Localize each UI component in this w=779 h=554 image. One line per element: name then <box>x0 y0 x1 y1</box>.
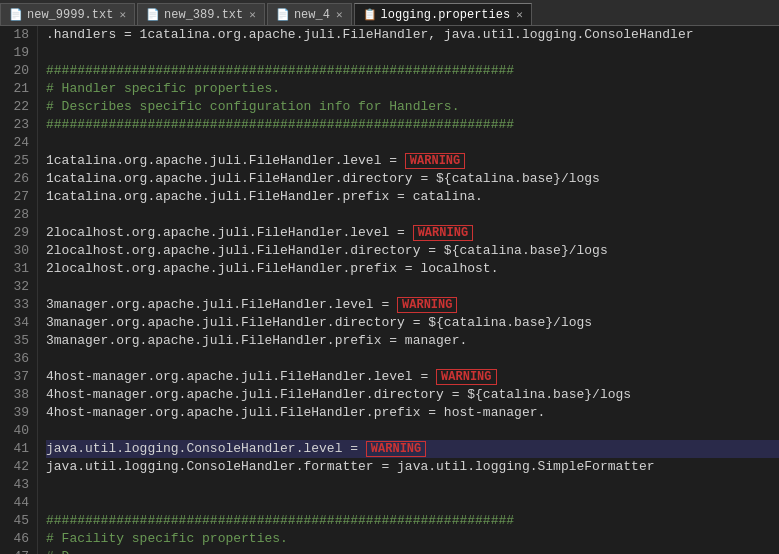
code-line: 2localhost.org.apache.juli.FileHandler.l… <box>46 224 779 242</box>
warning-badge: WARNING <box>436 369 496 385</box>
line-number: 43 <box>0 476 29 494</box>
line-number: 36 <box>0 350 29 368</box>
code-line <box>46 278 779 296</box>
tab-close-4[interactable]: ✕ <box>516 8 523 21</box>
line-number: 35 <box>0 332 29 350</box>
line-number: 21 <box>0 80 29 98</box>
line-number: 31 <box>0 260 29 278</box>
line-number: 28 <box>0 206 29 224</box>
code-line: 1catalina.org.apache.juli.FileHandler.pr… <box>46 188 779 206</box>
code-line: 3manager.org.apache.juli.FileHandler.dir… <box>46 314 779 332</box>
line-number: 25 <box>0 152 29 170</box>
code-line <box>46 494 779 512</box>
code-line: ########################################… <box>46 62 779 80</box>
code-line <box>46 44 779 62</box>
line-number: 34 <box>0 314 29 332</box>
warning-badge: WARNING <box>397 297 457 313</box>
line-number: 33 <box>0 296 29 314</box>
line-number: 38 <box>0 386 29 404</box>
code-line: # Describes specific configuration info … <box>46 98 779 116</box>
code-line <box>46 476 779 494</box>
tab-label-3: new_4 <box>294 8 330 22</box>
line-number: 24 <box>0 134 29 152</box>
code-text: 1catalina.org.apache.juli.FileHandler.le… <box>46 153 405 168</box>
line-number: 40 <box>0 422 29 440</box>
line-number: 23 <box>0 116 29 134</box>
tab-icon-2: 📄 <box>146 8 160 21</box>
code-line <box>46 350 779 368</box>
code-line: java.util.logging.ConsoleHandler.formatt… <box>46 458 779 476</box>
code-line: # Facility specific properties. <box>46 530 779 548</box>
tab-bar: 📄 new_9999.txt ✕ 📄 new_389.txt ✕ 📄 new_4… <box>0 0 779 26</box>
code-line: 4host-manager.org.apache.juli.FileHandle… <box>46 368 779 386</box>
app-window: 📄 new_9999.txt ✕ 📄 new_389.txt ✕ 📄 new_4… <box>0 0 779 554</box>
tab-label-4: logging.properties <box>381 8 511 22</box>
code-line: 3manager.org.apache.juli.FileHandler.lev… <box>46 296 779 314</box>
tab-close-3[interactable]: ✕ <box>336 8 343 21</box>
code-line: 3manager.org.apache.juli.FileHandler.pre… <box>46 332 779 350</box>
code-area[interactable]: .handlers = 1catalina.org.apache.juli.Fi… <box>38 26 779 554</box>
line-number: 46 <box>0 530 29 548</box>
line-number: 41 <box>0 440 29 458</box>
line-number: 44 <box>0 494 29 512</box>
code-line: # Handler specific properties. <box>46 80 779 98</box>
tab-label-2: new_389.txt <box>164 8 243 22</box>
code-text: 2localhost.org.apache.juli.FileHandler.l… <box>46 225 413 240</box>
code-line: # D... <box>46 548 779 554</box>
warning-badge: WARNING <box>413 225 473 241</box>
line-number: 29 <box>0 224 29 242</box>
warning-badge: WARNING <box>405 153 465 169</box>
line-number: 20 <box>0 62 29 80</box>
code-line: .handlers = 1catalina.org.apache.juli.Fi… <box>46 26 779 44</box>
line-number: 30 <box>0 242 29 260</box>
code-line <box>46 134 779 152</box>
code-line: 2localhost.org.apache.juli.FileHandler.d… <box>46 242 779 260</box>
tab-icon-4: 📋 <box>363 8 377 21</box>
line-number: 37 <box>0 368 29 386</box>
line-number: 26 <box>0 170 29 188</box>
code-text: 4host-manager.org.apache.juli.FileHandle… <box>46 369 436 384</box>
tab-new4[interactable]: 📄 new_4 ✕ <box>267 3 352 25</box>
tab-icon-1: 📄 <box>9 8 23 21</box>
line-number: 45 <box>0 512 29 530</box>
tab-close-1[interactable]: ✕ <box>119 8 126 21</box>
line-number: 42 <box>0 458 29 476</box>
line-number: 32 <box>0 278 29 296</box>
tab-label-1: new_9999.txt <box>27 8 113 22</box>
tab-logging[interactable]: 📋 logging.properties ✕ <box>354 3 532 25</box>
warning-badge: WARNING <box>366 441 426 457</box>
code-line <box>46 206 779 224</box>
code-line: 4host-manager.org.apache.juli.FileHandle… <box>46 386 779 404</box>
code-line: 1catalina.org.apache.juli.FileHandler.le… <box>46 152 779 170</box>
line-number: 39 <box>0 404 29 422</box>
tab-close-2[interactable]: ✕ <box>249 8 256 21</box>
code-line: 1catalina.org.apache.juli.FileHandler.di… <box>46 170 779 188</box>
code-line: 4host-manager.org.apache.juli.FileHandle… <box>46 404 779 422</box>
line-number: 19 <box>0 44 29 62</box>
line-number: 22 <box>0 98 29 116</box>
code-line: 2localhost.org.apache.juli.FileHandler.p… <box>46 260 779 278</box>
tab-new9999[interactable]: 📄 new_9999.txt ✕ <box>0 3 135 25</box>
tab-icon-3: 📄 <box>276 8 290 21</box>
code-text: 3manager.org.apache.juli.FileHandler.lev… <box>46 297 397 312</box>
code-line: ########################################… <box>46 512 779 530</box>
code-line: ########################################… <box>46 116 779 134</box>
tab-new389[interactable]: 📄 new_389.txt ✕ <box>137 3 265 25</box>
line-number: 47 <box>0 548 29 554</box>
code-line: java.util.logging.ConsoleHandler.level =… <box>46 440 779 458</box>
line-number: 27 <box>0 188 29 206</box>
line-numbers: 1819202122232425262728293031323334353637… <box>0 26 38 554</box>
code-line <box>46 422 779 440</box>
code-text: java.util.logging.ConsoleHandler.level = <box>46 441 366 456</box>
line-number: 18 <box>0 26 29 44</box>
editor[interactable]: 1819202122232425262728293031323334353637… <box>0 26 779 554</box>
